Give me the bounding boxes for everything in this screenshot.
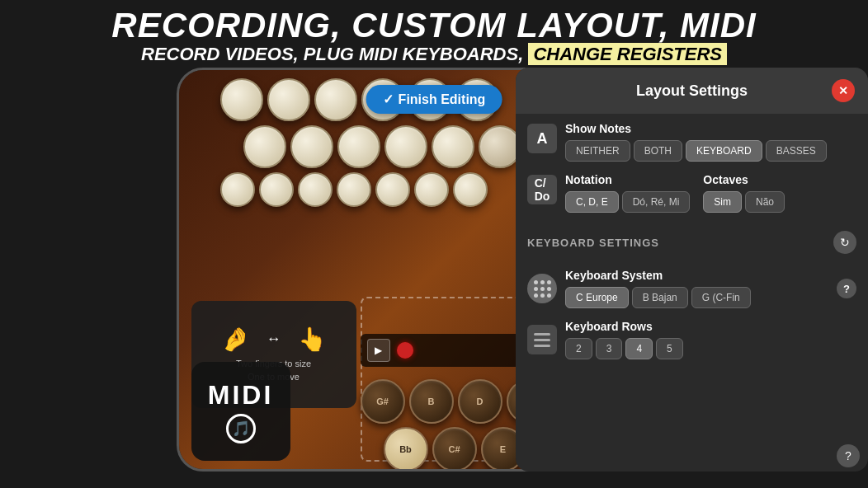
treble-button[interactable]	[290, 125, 333, 168]
dot	[547, 293, 551, 298]
show-notes-icon: A	[527, 124, 557, 153]
keyboard-settings-title: KEYBOARD SETTINGS	[527, 237, 659, 249]
bass-key[interactable]: D	[458, 379, 502, 424]
subtitle-prefix: RECORD VIDEOS, PLUG MIDI KEYBOARDS,	[141, 44, 528, 64]
notation-doremi[interactable]: Dó, Ré, Mi	[622, 191, 691, 213]
subtitle-highlight: CHANGE REGISTERS	[528, 43, 727, 65]
treble-button[interactable]	[337, 125, 380, 168]
treble-button[interactable]	[314, 78, 357, 121]
keyboard-rows-opt2[interactable]: 3	[596, 338, 623, 359]
keyboard-g[interactable]: G (C-Fin	[691, 287, 751, 308]
dot	[547, 287, 551, 291]
notation-col: Notation C, D, E Dó, Ré, Mi	[565, 173, 690, 213]
keyboard-rows-opt4[interactable]: 5	[656, 338, 683, 359]
notation-octaves-content: Notation C, D, E Dó, Ré, Mi Octaves Sim …	[565, 173, 856, 213]
banner-subtitle: RECORD VIDEOS, PLUG MIDI KEYBOARDS, CHAN…	[0, 45, 868, 64]
notation-octaves-cols: Notation C, D, E Dó, Ré, Mi Octaves Sim …	[565, 173, 856, 213]
keyboard-rows-opt3[interactable]: 4	[625, 338, 653, 359]
finish-editing-label: Finish Editing	[399, 92, 486, 107]
keyboard-settings-divider: KEYBOARD SETTINGS ↻	[527, 224, 856, 260]
octaves-nao[interactable]: Não	[745, 191, 785, 213]
octaves-sim[interactable]: Sim	[703, 191, 742, 213]
checkmark-icon: ✓	[383, 92, 394, 107]
notation-cde[interactable]: C, D, E	[565, 191, 619, 213]
treble-button[interactable]	[375, 172, 410, 207]
treble-button[interactable]	[243, 125, 286, 168]
show-notes-neither[interactable]: NEITHER	[565, 140, 630, 162]
treble-button[interactable]	[453, 172, 488, 207]
keyboard-rows-icon	[527, 325, 557, 354]
scroll-hint: ?	[837, 444, 860, 467]
octaves-options: Sim Não	[703, 191, 785, 213]
one-finger-icon: 👆	[298, 326, 327, 353]
finish-editing-button[interactable]: ✓ Finish Editing	[366, 85, 502, 114]
dot	[540, 293, 545, 298]
show-notes-both[interactable]: BOTH	[634, 140, 682, 162]
dot	[534, 287, 538, 291]
show-notes-label: Show Notes	[565, 122, 856, 135]
bass-key[interactable]: C#	[432, 427, 477, 472]
refresh-button[interactable]: ↻	[833, 231, 856, 254]
bass-key[interactable]: B	[409, 379, 454, 424]
close-icon: ✕	[838, 84, 848, 97]
keyboard-rows-options: 2 3 4 5	[565, 338, 856, 359]
midi-icon: 🎵	[226, 414, 256, 443]
top-banner: RECORDING, CUSTOM LAYOUT, MIDI RECORD VI…	[0, 0, 868, 68]
keyboard-rows-opt1[interactable]: 2	[565, 338, 592, 359]
panel-title: Layout Settings	[636, 82, 748, 100]
close-panel-button[interactable]: ✕	[832, 79, 855, 102]
right-panel: Layout Settings ✕ A Show Notes NEITHER B…	[516, 68, 868, 472]
treble-button[interactable]	[298, 172, 333, 207]
list-line	[534, 345, 550, 347]
keyboard-bajan[interactable]: B Bajan	[632, 287, 688, 308]
show-notes-content: Show Notes NEITHER BOTH KEYBOARD BASSES	[565, 122, 856, 162]
main-area: ▶ KEYS	[0, 68, 868, 472]
record-button[interactable]	[397, 342, 413, 359]
bass-key-cream[interactable]: Bb	[384, 427, 428, 472]
arrow-icon: ↔	[267, 331, 281, 348]
dot	[547, 280, 551, 284]
treble-button[interactable]	[220, 78, 263, 121]
panel-content: A Show Notes NEITHER BOTH KEYBOARD BASSE…	[516, 114, 868, 472]
treble-button[interactable]	[384, 125, 427, 168]
octaves-label: Octaves	[703, 173, 785, 186]
dot	[540, 280, 545, 284]
banner-title: RECORDING, CUSTOM LAYOUT, MIDI	[0, 7, 868, 45]
treble-button[interactable]	[432, 125, 474, 168]
notation-label: Notation	[565, 173, 690, 186]
dot	[534, 280, 538, 284]
list-line	[534, 333, 550, 336]
treble-button-active[interactable]	[479, 125, 521, 168]
keyboard-system-row: Keyboard System C Europe B Bajan G (C-Fi…	[527, 269, 856, 308]
keyboard-rows-content: Keyboard Rows 2 3 4 5	[565, 320, 856, 359]
notation-icon: C/Do	[527, 175, 557, 204]
show-notes-row: A Show Notes NEITHER BOTH KEYBOARD BASSE…	[527, 122, 856, 162]
midi-label: MIDI	[208, 380, 274, 411]
midi-badge: MIDI 🎵	[191, 362, 290, 461]
notation-row: C/Do Notation C, D, E Dó, Ré, Mi Octaves	[527, 173, 856, 213]
keyboard-europe[interactable]: C Europe	[565, 287, 629, 308]
help-button[interactable]: ?	[837, 279, 856, 298]
treble-button[interactable]	[267, 78, 310, 121]
help-icon: ?	[843, 283, 850, 295]
octaves-col: Octaves Sim Não	[703, 173, 785, 213]
treble-button[interactable]	[259, 172, 294, 207]
bass-key[interactable]: G#	[361, 379, 405, 424]
keyboard-rows-row: Keyboard Rows 2 3 4 5 ?	[527, 320, 856, 359]
dot	[540, 287, 545, 291]
keyboard-system-icon	[527, 274, 557, 303]
refresh-icon: ↻	[840, 236, 850, 249]
gesture-icons-row: 🤌 ↔ 👆	[221, 326, 327, 353]
keyboard-system-options: C Europe B Bajan G (C-Fin	[565, 287, 828, 308]
show-notes-options: NEITHER BOTH KEYBOARD BASSES	[565, 140, 856, 162]
notation-options: C, D, E Dó, Ré, Mi	[565, 191, 690, 213]
show-notes-basses[interactable]: BASSES	[766, 140, 827, 162]
dot	[534, 293, 538, 298]
keyboard-system-label: Keyboard System	[565, 269, 828, 282]
show-notes-keyboard[interactable]: KEYBOARD	[686, 140, 762, 162]
treble-button[interactable]	[220, 172, 255, 207]
play-button[interactable]: ▶	[367, 339, 390, 362]
two-finger-icon: 🤌	[221, 326, 250, 353]
treble-button[interactable]	[414, 172, 449, 207]
treble-button[interactable]	[337, 172, 371, 207]
